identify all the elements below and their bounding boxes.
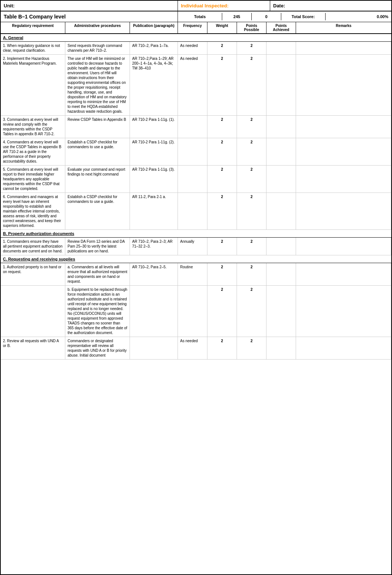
col-header-achieved: Points Achieved [267, 22, 296, 33]
table-row: 4. Commanders at every level will use th… [1, 138, 391, 166]
unit-label: Unit: [1, 1, 178, 11]
cell-possible: 2 [237, 42, 267, 54]
cell-weight: 2 [207, 263, 237, 285]
score-245-text: 245 [233, 14, 240, 19]
cell-weight: 2 [207, 238, 237, 255]
table-row: 2. Review all requests with UND A or B.C… [1, 337, 391, 360]
unit-text: Unit: [4, 3, 15, 8]
cell-regulatory: 4. Commanders at every level will use th… [1, 138, 65, 165]
cell-frequency: As needed [178, 55, 207, 115]
inspected-text: Individual Inspected: [181, 3, 228, 8]
col-header-frequency: Frequency [178, 22, 207, 33]
cell-publication: AR 710-2 Para 1-11g. (2). [130, 138, 178, 165]
cell-weight: 2 [207, 138, 237, 165]
cell-possible: 2 [237, 138, 267, 165]
col-header-admin: Administrative procedures [65, 22, 130, 33]
cell-regulatory: 1. Commanders ensure they have all perti… [1, 238, 65, 255]
cell-remarks [296, 193, 391, 229]
col-frequency-text: Frequency [183, 24, 202, 28]
section-header-text-0: A. General [1, 34, 391, 41]
cell-weight: 2 [207, 337, 237, 359]
cell-achieved [267, 286, 296, 337]
cell-admin: Review DA Form 12-series and DA Pam 25–3… [65, 238, 130, 255]
section-header-1: B. Property authorization documents [1, 230, 391, 238]
col-weight-text: Weight [216, 24, 228, 28]
cell-weight: 2 [207, 286, 237, 337]
cell-frequency [178, 138, 207, 165]
table-row: 3. Commanders at every level will review… [1, 116, 391, 138]
cell-publication: AR 710–2, Para 1–7a. [130, 42, 178, 54]
cell-frequency [178, 193, 207, 229]
cell-frequency [178, 166, 207, 193]
section-header-text-1: B. Property authorization documents [1, 230, 391, 237]
col-header-regulatory: Regulatory requirement [1, 22, 65, 33]
cell-weight: 2 [207, 55, 237, 115]
cell-regulatory: 5. Commanders at every level will report… [1, 166, 65, 193]
cell-possible: 2 [237, 193, 267, 229]
cell-frequency [178, 116, 207, 138]
cell-admin: Evaluate your command and report finding… [65, 166, 130, 193]
cell-regulatory [1, 286, 65, 337]
cell-frequency: As needed [178, 337, 207, 359]
cell-frequency: As needed [178, 42, 207, 54]
table-row: 5. Commanders at every level will report… [1, 166, 391, 193]
cell-frequency: Annually [178, 238, 207, 255]
cell-possible: 2 [237, 337, 267, 359]
cell-admin: Establish a CSDP checklist for commander… [65, 193, 130, 229]
cell-remarks [296, 337, 391, 359]
cell-publication: AR 710–2, Para 2–3; AR 71–32 2–3. [130, 238, 178, 255]
col-achieved-text: Points Achieved [273, 24, 289, 32]
cell-admin: Review CSDP Tables in Appendix B [65, 116, 130, 138]
col-regulatory-text: Regulatory requirement [12, 24, 54, 28]
cell-regulatory: 3. Commanders at every level will review… [1, 116, 65, 138]
cell-publication: AR 710-2 Para 1-11g. (1). [130, 116, 178, 138]
cell-publication: AR 710-2 Para 1-11g. (3). [130, 166, 178, 193]
cell-regulatory: 2. Review all requests with UND A or B. [1, 337, 65, 359]
cell-remarks [296, 166, 391, 193]
table-title-right: Totals 245 0 Total Score: 0.00% [178, 13, 391, 20]
cell-remarks [296, 116, 391, 138]
cell-achieved [267, 337, 296, 359]
cell-possible: 2 [237, 116, 267, 138]
cell-remarks [296, 263, 391, 285]
table-row: 1. Authorized property is on hand or on … [1, 263, 391, 286]
col-possible-text: Points Possible [244, 24, 259, 32]
section-header-2: C. Requesting and receiving supplies [1, 255, 391, 263]
cell-publication: AR 11-2, Para 2-1 a. [130, 193, 178, 229]
table-row: 2. Implement the Hazardous Materiels Man… [1, 55, 391, 116]
col-admin-text: Administrative procedures [74, 24, 121, 28]
cell-remarks [296, 42, 391, 54]
col-remarks-text: Remarks [336, 24, 351, 28]
cell-admin: Send requests through command channels p… [65, 42, 130, 54]
cell-remarks [296, 286, 391, 337]
cell-weight: 2 [207, 116, 237, 138]
table-row: 1. When regulatory guidance is not clear… [1, 42, 391, 55]
table-title-text: Table B–1 Company level [4, 14, 66, 20]
page: Unit: Individual Inspected: Date: Table … [0, 0, 392, 575]
cell-publication: AR 710–2,Para 1–29; AR 200–1 4–1a, 4–3a,… [130, 55, 178, 115]
table-row: b. Equipment to be replaced through forc… [1, 286, 391, 337]
inspected-label: Individual Inspected: [178, 1, 270, 11]
cell-achieved [267, 193, 296, 229]
cell-possible: 2 [237, 238, 267, 255]
score-0: 0 [252, 13, 281, 20]
cell-publication: AR 710–2, Para 2–5. [130, 263, 178, 285]
cell-achieved [267, 238, 296, 255]
cell-frequency: Routine [178, 263, 207, 285]
col-header-remarks: Remarks [296, 22, 391, 33]
section-header-text-2: C. Requesting and receiving supplies [1, 255, 391, 263]
cell-remarks [296, 55, 391, 115]
header-row: Unit: Individual Inspected: Date: [1, 1, 391, 11]
total-score-value-text: 0.00% [377, 14, 388, 19]
total-score-label: Total Score: [281, 13, 326, 20]
cell-admin: Establish a CSDP checklist for commander… [65, 138, 130, 165]
table-title: Table B–1 Company level [1, 11, 178, 22]
cell-possible: 2 [237, 286, 267, 337]
cell-achieved [267, 166, 296, 193]
table-row: 1. Commanders ensure they have all perti… [1, 238, 391, 255]
table-title-row: Table B–1 Company level Totals 245 0 Tot… [1, 11, 391, 22]
cell-remarks [296, 238, 391, 255]
score-245: 245 [222, 13, 252, 20]
cell-achieved [267, 55, 296, 115]
cell-weight: 2 [207, 193, 237, 229]
